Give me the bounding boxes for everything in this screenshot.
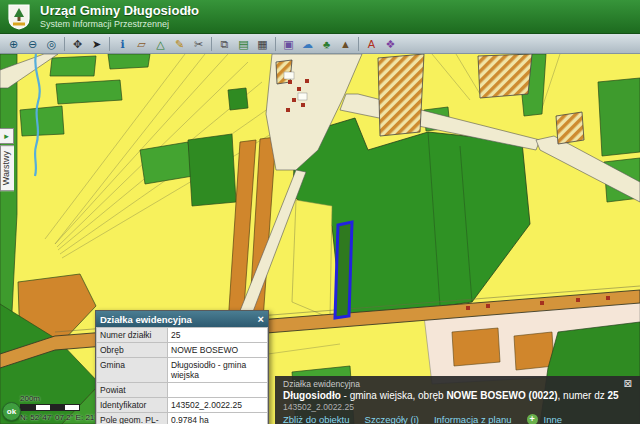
- parcel-info-window: Działka ewidencyjna × Numer działki 25 O…: [95, 310, 269, 424]
- attr-label: Obręb: [97, 343, 168, 358]
- layers-panel-tab[interactable]: Warstwy: [0, 145, 14, 191]
- toolbar-separator: [64, 37, 65, 51]
- popup-title: Działka ewidencyjna: [100, 314, 192, 325]
- table-row: Gmina Długosiodło - gmina wiejska: [97, 358, 268, 383]
- zoom-out-icon[interactable]: ⊖: [24, 36, 41, 52]
- tree-icon[interactable]: ♣: [318, 36, 335, 52]
- map-toolbar: ⊕ ⊖ ◎ ✥ ➤ ℹ ▱ △ ✎ ✂ ⧉ ▤ ▦ ▣ ☁ ♣ ▲ A ❖: [0, 34, 640, 54]
- more-plus-icon[interactable]: +: [527, 414, 538, 424]
- app-subtitle: System Informacji Przestrzennej: [40, 19, 199, 29]
- attr-label: Numer działki: [97, 328, 168, 343]
- attr-label: Powiat: [97, 383, 168, 398]
- coat-of-arms-logo: [6, 3, 32, 31]
- feature-description: Długosiodło - gmina wiejska, obręb NOWE …: [283, 390, 632, 401]
- text-label-icon[interactable]: A: [363, 36, 380, 52]
- toolbar-separator: [275, 37, 276, 51]
- other-link[interactable]: Inne: [544, 414, 563, 424]
- selected-parcel[interactable]: [335, 222, 352, 318]
- palette-icon[interactable]: ❖: [382, 36, 399, 52]
- toolbar-separator: [109, 37, 110, 51]
- toolbar-separator: [211, 37, 212, 51]
- draw-pencil-icon[interactable]: ✎: [171, 36, 188, 52]
- popup-close-icon[interactable]: ×: [258, 314, 264, 325]
- measure-area-icon[interactable]: △: [152, 36, 169, 52]
- weather-icon[interactable]: ☁: [299, 36, 316, 52]
- grid-icon[interactable]: ▦: [254, 36, 271, 52]
- measure-length-icon[interactable]: ▱: [133, 36, 150, 52]
- expand-layers-icon[interactable]: ▸: [0, 128, 14, 144]
- details-link[interactable]: Szczegóły (i): [365, 414, 419, 424]
- cut-icon[interactable]: ✂: [190, 36, 207, 52]
- scale-label: 200m: [20, 394, 80, 403]
- zoom-in-icon[interactable]: ⊕: [5, 36, 22, 52]
- scale-bar: 200m: [20, 394, 80, 411]
- image-icon[interactable]: ▣: [280, 36, 297, 52]
- plan-info-link[interactable]: Informacja z planu: [434, 414, 512, 424]
- attr-label: Identyfikator: [97, 398, 168, 413]
- table-row: Identyfikator 143502_2.0022.25: [97, 398, 268, 413]
- parcel-attributes-table: Numer działki 25 Obręb NOWE BOSEWO Gmina…: [96, 327, 268, 424]
- toolbar-separator: [358, 37, 359, 51]
- print-icon[interactable]: ⧉: [216, 36, 233, 52]
- layers-icon[interactable]: ▤: [235, 36, 252, 52]
- attr-label: Pole geom. PL-1992?: [97, 413, 168, 424]
- attr-value: [168, 383, 268, 398]
- app-title: Urząd Gminy Długosiodło: [40, 4, 199, 19]
- identify-icon[interactable]: ℹ: [114, 36, 131, 52]
- attr-value: 143502_2.0022.25: [168, 398, 268, 413]
- popup-titlebar[interactable]: Działka ewidencyjna ×: [96, 311, 268, 327]
- attr-value: NOWE BOSEWO: [168, 343, 268, 358]
- app-header: Urząd Gminy Długosiodło System Informacj…: [0, 0, 640, 34]
- attr-value: Długosiodło - gmina wiejska: [168, 358, 268, 383]
- zoom-extent-icon[interactable]: ◎: [43, 36, 60, 52]
- attr-label: Gmina: [97, 358, 168, 383]
- panel-close-icon[interactable]: ⊠: [624, 378, 632, 389]
- feature-info-panel: Działka ewidencyjna ⊠ Długosiodło - gmin…: [275, 376, 640, 424]
- table-row: Pole geom. PL-1992? 0.9784 ha: [97, 413, 268, 424]
- panel-title: Działka ewidencyjna: [283, 379, 360, 389]
- zoom-to-object-link[interactable]: Zbliż do obiektu: [283, 414, 350, 424]
- table-row: Numer działki 25: [97, 328, 268, 343]
- table-row: Powiat: [97, 383, 268, 398]
- pan-icon[interactable]: ✥: [69, 36, 86, 52]
- table-row: Obręb NOWE BOSEWO: [97, 343, 268, 358]
- attr-value: 25: [168, 328, 268, 343]
- feature-actions: Zbliż do obiektu Szczegóły (i) Informacj…: [283, 414, 632, 424]
- select-arrow-icon[interactable]: ➤: [88, 36, 105, 52]
- feature-identifier: 143502_2.0022.25: [283, 402, 632, 412]
- attr-value: 0.9784 ha: [168, 413, 268, 424]
- terrain-icon[interactable]: ▲: [337, 36, 354, 52]
- scale-segments: [20, 404, 80, 411]
- ok-button[interactable]: ok: [2, 402, 21, 421]
